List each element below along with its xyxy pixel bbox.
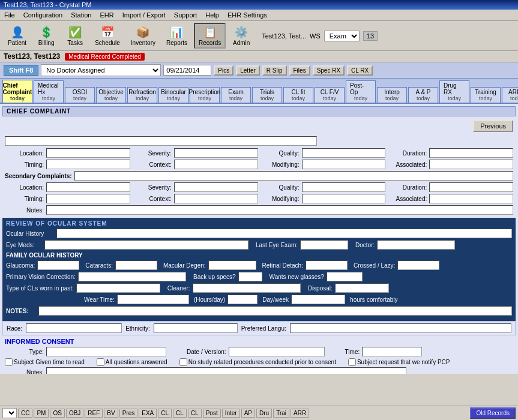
records-icon: 📋 <box>202 25 218 40</box>
menu-ehr[interactable]: EHR <box>98 11 115 19</box>
modifying-input[interactable] <box>302 160 386 169</box>
tab-binocular[interactable]: Binocular today <box>158 87 188 103</box>
menu-configuration[interactable]: Configuration <box>22 11 64 19</box>
consent-notes-input[interactable] <box>46 367 406 374</box>
tab-training[interactable]: Training today <box>471 87 501 103</box>
duration-input[interactable] <box>429 148 513 158</box>
race-input[interactable] <box>26 323 122 333</box>
previous-button[interactable]: Previous <box>473 120 513 132</box>
timing-input[interactable] <box>46 160 130 169</box>
files-button[interactable]: Files <box>289 65 310 76</box>
associated2-input[interactable] <box>429 194 513 203</box>
cl-rx-button[interactable]: CL RX <box>347 65 373 76</box>
menu-help[interactable]: Help <box>203 11 221 19</box>
secondary-complaints-input[interactable] <box>74 171 513 181</box>
quality2-input[interactable] <box>302 182 386 192</box>
shift-f8-button[interactable]: Shift F8 <box>4 65 38 76</box>
record-num: 13 <box>363 31 378 41</box>
notes-input[interactable] <box>46 205 513 215</box>
timing2-input[interactable] <box>46 194 130 203</box>
spec-rx-button[interactable]: Spec RX <box>313 65 345 76</box>
glaucoma-input[interactable] <box>37 260 79 270</box>
location2-input[interactable] <box>46 182 130 192</box>
hours-per-day-input[interactable] <box>227 295 257 304</box>
cleaner-input[interactable] <box>193 283 301 293</box>
checkbox4[interactable] <box>348 358 356 366</box>
location-input[interactable] <box>46 148 130 158</box>
tab-objective[interactable]: Objective today <box>96 87 126 103</box>
tab-cl-fv[interactable]: CL F/V today <box>315 87 345 103</box>
modifying2-input[interactable] <box>302 194 386 203</box>
menu-station[interactable]: Station <box>69 11 93 19</box>
complaint-row1: Location: Severity: Quality: Duration: <box>5 148 513 158</box>
back-up-specs-input[interactable] <box>238 272 262 281</box>
tab-drug-rx[interactable]: Drug RX today <box>439 80 469 103</box>
cls-row: Type of CLs worn in past: Cleaner: Dispo… <box>6 283 512 293</box>
r-slip-button[interactable]: R Slip <box>262 65 287 76</box>
menu-ehr-settings[interactable]: EHR Settings <box>226 11 269 19</box>
duration2-input[interactable] <box>429 182 513 192</box>
date-version-input[interactable] <box>229 347 325 356</box>
patient-button[interactable]: 👤 Patient <box>4 23 31 48</box>
wear-time-input[interactable] <box>117 295 189 304</box>
associated-input[interactable] <box>429 160 513 169</box>
main-complaint-input[interactable] <box>5 136 317 146</box>
checkbox1[interactable] <box>5 358 13 366</box>
primary-vision-input[interactable] <box>78 272 186 281</box>
severity2-input[interactable] <box>174 182 258 192</box>
schedule-button[interactable]: 📅 Schedule <box>91 23 124 48</box>
tab-trials[interactable]: Trials today <box>252 87 282 103</box>
doctor-input[interactable] <box>377 240 455 250</box>
ethnicity-input[interactable] <box>154 323 238 333</box>
tasks-button[interactable]: ✅ Tasks <box>62 23 88 48</box>
menu-support[interactable]: Support <box>172 11 199 19</box>
context2-input[interactable] <box>174 194 258 203</box>
tab-cl-fit[interactable]: CL fit today <box>283 87 313 103</box>
reports-button[interactable]: 📊 Reports <box>162 23 191 48</box>
inventory-icon: 📦 <box>134 25 151 40</box>
day-week-input[interactable] <box>291 295 345 304</box>
checkbox2[interactable] <box>97 358 104 366</box>
tab-chief-complaint[interactable]: Chief Complaint today <box>2 80 32 103</box>
last-eye-exam-input[interactable] <box>300 240 348 250</box>
quality-input[interactable] <box>302 148 386 158</box>
cataracts-input[interactable] <box>115 260 157 270</box>
eye-meds-input[interactable] <box>44 240 248 250</box>
billing-button[interactable]: 💲 Billing <box>33 23 59 48</box>
tab-refraction[interactable]: Refraction today <box>127 87 157 103</box>
tab-a-p[interactable]: A & P today <box>408 87 438 103</box>
admin-button[interactable]: ⚙️ Admin <box>228 23 254 48</box>
disposal-input[interactable] <box>335 283 389 293</box>
consent-type-input[interactable] <box>46 347 166 356</box>
inventory-button[interactable]: 📦 Inventory <box>127 23 160 48</box>
time-input[interactable] <box>362 347 422 356</box>
tab-post-op[interactable]: Post-Op today <box>346 80 376 103</box>
letter-button[interactable]: Letter <box>236 65 260 76</box>
wants-new-glasses-input[interactable] <box>327 272 363 281</box>
context-input[interactable] <box>174 160 258 169</box>
tab-medical-hx[interactable]: Medical Hx today <box>34 80 64 103</box>
pics-button[interactable]: Pics <box>214 65 233 76</box>
tab-prescription[interactable]: Prescription today <box>190 87 220 103</box>
hours-per-day-label: (Hours/day) <box>194 296 225 303</box>
doctor-select[interactable]: No Doctor Assigned <box>41 64 161 76</box>
tab-osdi[interactable]: OSDI today <box>65 87 95 103</box>
tab-interp[interactable]: Interp today <box>377 87 407 103</box>
menu-import-export[interactable]: Import / Export <box>121 11 167 19</box>
type-cl-input[interactable] <box>76 283 160 293</box>
crossed-lazy-input[interactable] <box>397 260 439 270</box>
ocular-notes-input[interactable] <box>38 306 512 316</box>
macular-degen-input[interactable] <box>208 260 256 270</box>
checkbox3[interactable] <box>179 358 187 366</box>
ocular-history-input[interactable] <box>56 229 512 238</box>
tab-arra[interactable]: ARRA today <box>502 87 518 103</box>
tab-exam[interactable]: Exam today <box>221 87 251 103</box>
preferred-lang-input[interactable] <box>290 323 511 333</box>
menu-file[interactable]: File <box>2 11 17 19</box>
exam-type-select[interactable]: Exam <box>324 31 360 41</box>
date-field[interactable] <box>163 65 211 76</box>
quality-label: Quality: <box>261 150 300 157</box>
retinal-detach-input[interactable] <box>306 260 348 270</box>
severity-input[interactable] <box>174 148 258 158</box>
records-button[interactable]: 📋 Records <box>194 23 226 49</box>
